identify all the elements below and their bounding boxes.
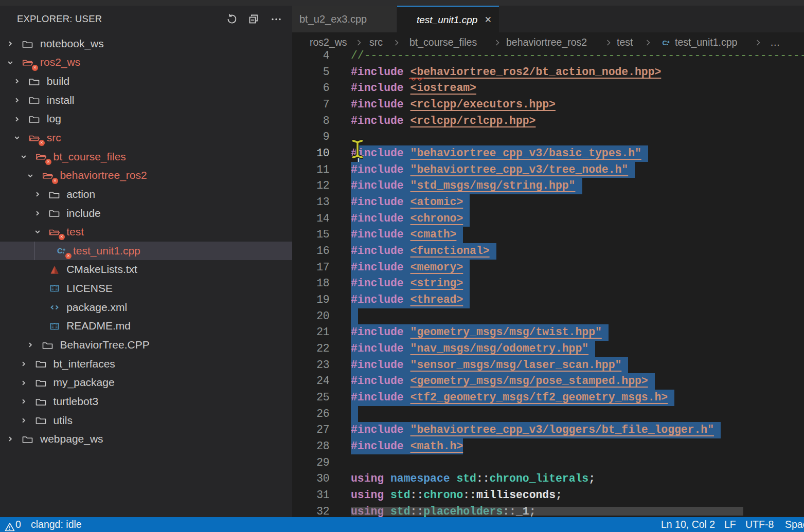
svg-text:C: C (662, 39, 667, 46)
svg-text:C: C (57, 246, 63, 255)
